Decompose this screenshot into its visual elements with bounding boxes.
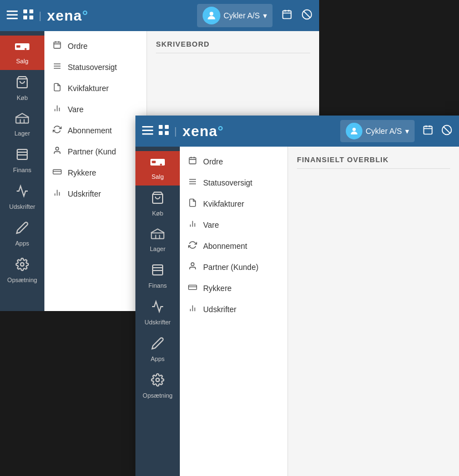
sidebar-item-salg-front[interactable]: Salg — [135, 151, 180, 186]
company-button-front[interactable]: Cykler A/S ▾ — [340, 120, 415, 142]
hamburger-icon-front[interactable] — [142, 125, 153, 138]
menu-item-kvikfakturer-back[interactable]: Kvikfakturer — [44, 78, 147, 99]
company-button-back[interactable]: Cykler A/S ▾ — [197, 4, 273, 27]
svg-rect-39 — [165, 125, 169, 129]
menu-item-abonnement-back[interactable]: Abonnement — [44, 120, 147, 141]
udskrifter-icon-back2 — [52, 188, 62, 199]
svg-rect-50 — [152, 233, 164, 238]
svg-rect-65 — [189, 285, 197, 289]
svg-rect-40 — [159, 131, 163, 135]
partner-icon-back — [52, 146, 62, 157]
sidebar-item-lager-front[interactable]: Lager — [135, 222, 180, 258]
udskrifter-label-back2: Udskrifter — [68, 189, 101, 198]
sidebar-item-opsaetning-back[interactable]: Opsætning — [0, 252, 44, 289]
partner-icon-front — [188, 262, 198, 273]
kvikfakturer-label-front: Kvikfakturer — [203, 199, 244, 208]
menu-item-ordre-front[interactable]: Ordre — [180, 151, 287, 172]
menu-item-udskrifter-back[interactable]: Udskrifter — [44, 183, 147, 204]
finans-icon-back — [16, 148, 29, 164]
salg-icon-back — [15, 41, 29, 56]
svg-rect-12 — [17, 45, 21, 47]
svg-point-56 — [156, 378, 159, 382]
lager-icon-back — [15, 112, 29, 128]
sidebar-item-finans-front[interactable]: Finans — [135, 258, 180, 294]
svg-point-21 — [21, 263, 24, 266]
svg-rect-2 — [7, 18, 18, 19]
svg-rect-6 — [29, 16, 33, 19]
statusoversigt-label-front: Statusoversigt — [203, 178, 253, 187]
ordre-label-front: Ordre — [203, 157, 223, 166]
menu-item-partner-back[interactable]: Partner (Kund — [44, 141, 147, 162]
menu-item-ordre-back[interactable]: Ordre — [44, 36, 147, 57]
front-window: | xena° Cykler A/S ▾ — [135, 116, 459, 476]
sidebar-item-salg-back[interactable]: Salg — [0, 36, 44, 70]
menu-item-udskrifter-front[interactable]: Udskrifter — [180, 299, 287, 320]
grid-icon-back[interactable] — [23, 9, 33, 22]
ordre-icon-front — [188, 156, 198, 167]
udskrifter-label-front2: Udskrifter — [203, 305, 236, 314]
svg-point-42 — [352, 128, 356, 131]
udskrifter-icon-front — [151, 300, 164, 317]
sidebar-item-lager-back[interactable]: Lager — [0, 107, 44, 142]
svg-rect-36 — [142, 129, 153, 131]
apps-label-back: Apps — [15, 240, 29, 247]
menu-item-statusoversigt-front[interactable]: Statusoversigt — [180, 172, 287, 193]
sidebar-item-kob-back[interactable]: Køb — [0, 70, 44, 107]
main-area-front: FINANSIELT OVERBLIK — [288, 147, 459, 476]
vare-label-back: Vare — [68, 105, 84, 114]
calendar-icon-back[interactable] — [281, 9, 292, 23]
company-name-back: Cykler A/S — [224, 11, 260, 20]
rykkere-label-front: Rykkere — [203, 284, 231, 293]
logo-divider-front: | — [174, 126, 177, 137]
svg-rect-47 — [152, 161, 156, 163]
svg-rect-37 — [142, 133, 153, 135]
menu-item-partner-front[interactable]: Partner (Kunde) — [180, 257, 287, 278]
rykkere-icon-front — [188, 283, 198, 294]
kob-label-front: Køb — [152, 210, 163, 217]
sidebar-item-kob-front[interactable]: Køb — [135, 186, 180, 222]
main-title-front: FINANSIELT OVERBLIK — [297, 156, 450, 169]
abonnement-label-front: Abonnement — [203, 242, 247, 250]
sidebar-item-udskrifter-front[interactable]: Udskrifter — [135, 294, 180, 331]
sidebar-item-apps-front[interactable]: Apps — [135, 331, 180, 368]
logo-divider-back: | — [39, 10, 42, 22]
kob-icon-front — [151, 191, 164, 208]
lager-icon-front — [150, 228, 165, 243]
sidebar-item-apps-back[interactable]: Apps — [0, 216, 44, 252]
avatar-back — [203, 7, 220, 24]
hamburger-icon-back[interactable] — [7, 9, 18, 22]
menu-item-vare-front[interactable]: Vare — [180, 214, 287, 236]
help-icon-front[interactable] — [441, 124, 452, 138]
apps-label-front: Apps — [150, 355, 164, 362]
vare-label-front: Vare — [203, 221, 219, 229]
udskrifter-label-front: Udskrifter — [144, 319, 170, 325]
apps-icon-front — [151, 337, 164, 353]
sidebar-item-finans-back[interactable]: Finans — [0, 142, 44, 179]
sidebar-item-opsaetning-front[interactable]: Opsætning — [135, 368, 180, 404]
partner-label-front: Partner (Kunde) — [203, 263, 259, 272]
statusoversigt-label-back: Statusoversigt — [68, 63, 117, 72]
menu-item-vare-back[interactable]: Vare — [44, 99, 147, 120]
menu-item-statusoversigt-back[interactable]: Statusoversigt — [44, 57, 147, 78]
svg-rect-15 — [16, 117, 29, 123]
grid-icon-front[interactable] — [159, 125, 169, 138]
abonnement-icon-front — [188, 240, 198, 252]
calendar-icon-front[interactable] — [422, 124, 433, 138]
dropdown-arrow-back: ▾ — [263, 11, 267, 20]
menu-item-rykkere-back[interactable]: Rykkere — [44, 162, 147, 183]
finans-label-front: Finans — [148, 282, 167, 289]
help-icon-back[interactable] — [301, 9, 312, 23]
dropdown-arrow-front: ▾ — [405, 127, 409, 136]
udskrifter-label-back: Udskrifter — [9, 203, 35, 210]
front-body: Salg Køb — [135, 147, 459, 476]
salg-icon-front — [150, 157, 165, 171]
svg-rect-5 — [23, 16, 27, 19]
menu-item-rykkere-front[interactable]: Rykkere — [180, 278, 287, 299]
menu-item-kvikfakturer-front[interactable]: Kvikfakturer — [180, 193, 287, 214]
svg-point-7 — [209, 12, 213, 16]
svg-rect-35 — [142, 126, 153, 128]
opsaetning-icon-back — [16, 258, 29, 274]
sidebar-item-udskrifter-back[interactable]: Udskrifter — [0, 179, 44, 216]
menu-item-abonnement-front[interactable]: Abonnement — [180, 236, 287, 257]
apps-icon-back — [16, 221, 29, 238]
